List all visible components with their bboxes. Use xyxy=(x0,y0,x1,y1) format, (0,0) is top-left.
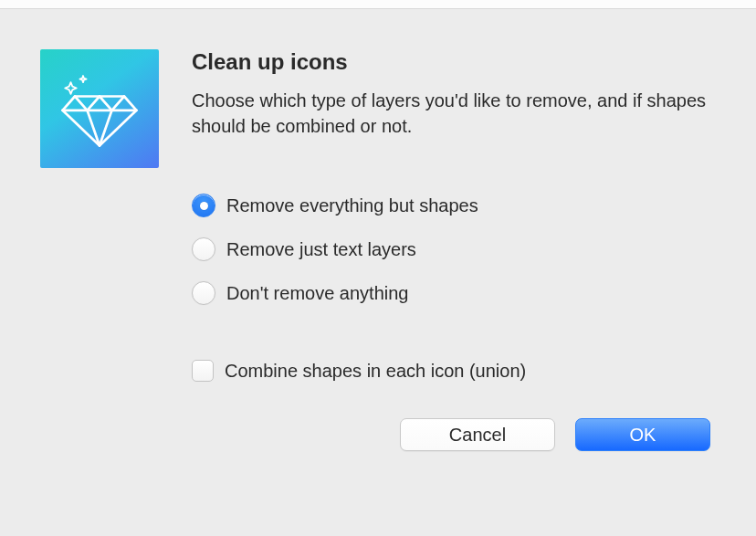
svg-line-4 xyxy=(100,97,112,110)
cancel-button[interactable]: Cancel xyxy=(400,418,555,451)
dialog-content: Clean up icons Choose which type of laye… xyxy=(0,9,756,478)
main-panel: Clean up icons Choose which type of laye… xyxy=(192,49,716,451)
radio-option-remove-text-layers[interactable]: Remove just text layers xyxy=(192,237,716,261)
svg-line-2 xyxy=(112,97,125,110)
radio-input[interactable] xyxy=(192,237,215,261)
radio-label: Remove everything but shapes xyxy=(226,195,478,216)
app-icon-box xyxy=(40,49,159,168)
dialog-title: Clean up icons xyxy=(192,49,716,75)
radio-label: Don't remove anything xyxy=(226,283,408,304)
diamond-icon xyxy=(58,68,141,150)
checkbox-group: Combine shapes in each icon (union) xyxy=(192,360,716,382)
radio-option-remove-all-but-shapes[interactable]: Remove everything but shapes xyxy=(192,194,716,217)
checkbox-combine-shapes[interactable]: Combine shapes in each icon (union) xyxy=(192,360,716,382)
radio-group-remove: Remove everything but shapes Remove just… xyxy=(192,194,716,305)
checkbox-label: Combine shapes in each icon (union) xyxy=(225,361,526,382)
button-row: Cancel OK xyxy=(192,418,716,451)
ok-button[interactable]: OK xyxy=(575,418,710,451)
titlebar xyxy=(0,0,756,9)
radio-label: Remove just text layers xyxy=(226,239,416,260)
radio-input[interactable] xyxy=(192,194,215,217)
dialog-description: Choose which type of layers you'd like t… xyxy=(192,88,716,139)
svg-line-1 xyxy=(75,97,88,110)
checkbox-input[interactable] xyxy=(192,360,214,382)
radio-option-dont-remove[interactable]: Don't remove anything xyxy=(192,281,716,305)
svg-line-3 xyxy=(88,97,100,110)
svg-marker-0 xyxy=(63,97,137,146)
radio-input[interactable] xyxy=(192,281,215,305)
